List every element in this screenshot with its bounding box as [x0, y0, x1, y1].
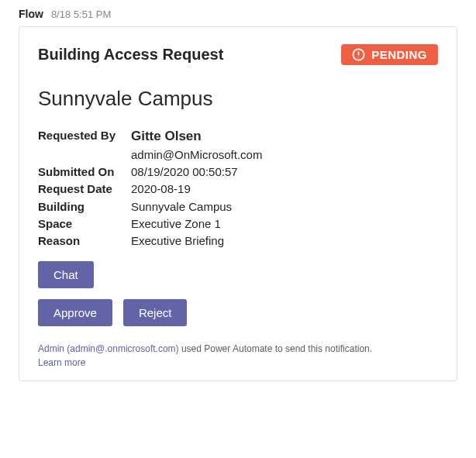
details-section: Requested By Gitte Olsen admin@OnMicroso… — [38, 128, 438, 249]
sender-name: Flow — [19, 8, 43, 20]
card-header: Building Access Request PENDING — [38, 44, 438, 65]
value-reason: Executive Briefing — [131, 233, 438, 249]
adaptive-card: Building Access Request PENDING Sunnyval… — [19, 26, 457, 381]
learn-more-link[interactable]: Learn more — [38, 357, 85, 368]
location-title: Sunnyvale Campus — [38, 87, 438, 111]
requester-name: Gitte Olsen — [131, 128, 438, 146]
label-reason: Reason — [38, 233, 131, 249]
label-request-date: Request Date — [38, 181, 131, 197]
value-building: Sunnyvale Campus — [131, 199, 438, 215]
alert-icon — [352, 48, 365, 61]
label-space: Space — [38, 216, 131, 232]
status-badge: PENDING — [341, 44, 438, 65]
card-title: Building Access Request — [38, 46, 223, 64]
message-timestamp: 8/18 5:51 PM — [51, 9, 111, 20]
status-text: PENDING — [371, 48, 427, 61]
requester-email: admin@OnMicrosoft.com — [131, 147, 438, 163]
label-requested-by: Requested By — [38, 128, 131, 143]
admin-link[interactable]: Admin (admin@.onmicrosoft.com) — [38, 343, 179, 354]
label-building: Building — [38, 199, 131, 215]
message-header: Flow 8/18 5:51 PM — [0, 8, 476, 26]
reject-button[interactable]: Reject — [123, 299, 188, 326]
value-space: Executive Zone 1 — [131, 216, 438, 232]
label-submitted-on: Submitted On — [38, 164, 131, 180]
card-footer: Admin (admin@.onmicrosoft.com) used Powe… — [38, 342, 438, 370]
footer-sent-text: used Power Automate to send this notific… — [179, 343, 372, 354]
value-submitted-on: 08/19/2020 00:50:57 — [131, 164, 438, 180]
chat-button[interactable]: Chat — [38, 261, 94, 288]
value-request-date: 2020-08-19 — [131, 181, 438, 197]
svg-point-2 — [358, 57, 359, 57]
approve-button[interactable]: Approve — [38, 299, 112, 326]
